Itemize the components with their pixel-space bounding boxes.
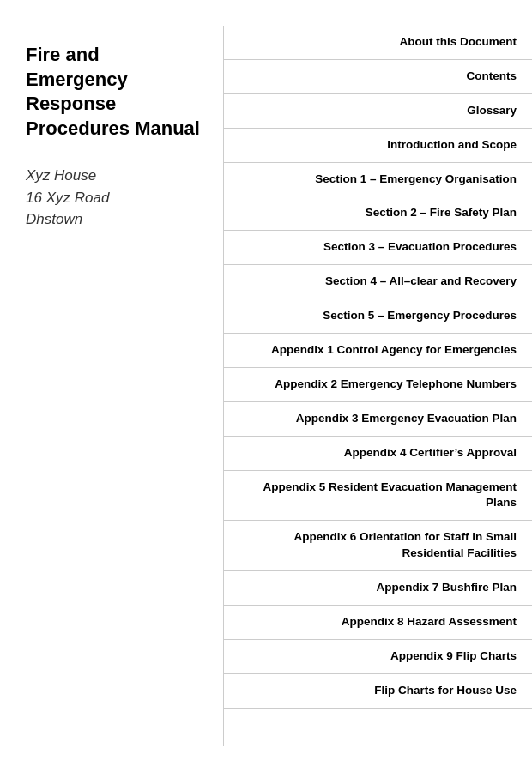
toc-item-glossary[interactable]: Glossary — [224, 94, 532, 129]
toc-item-appendix3[interactable]: Appendix 3 Emergency Evacuation Plan — [224, 402, 532, 437]
toc-item-appendix5[interactable]: Appendix 5 Resident Evacuation Managemen… — [224, 471, 532, 522]
toc-item-appendix4[interactable]: Appendix 4 Certifier’s Approval — [224, 437, 532, 471]
toc-item-section5[interactable]: Section 5 – Emergency Procedures — [224, 299, 532, 334]
toc-panel: About this DocumentContentsGlossaryIntro… — [223, 26, 532, 746]
toc-item-intro[interactable]: Introduction and Scope — [224, 129, 532, 163]
toc-item-section2[interactable]: Section 2 – Fire Safety Plan — [224, 196, 532, 231]
toc-item-flipcharts[interactable]: Flip Charts for House Use — [224, 674, 532, 709]
book-title: Fire and Emergency Response Procedures M… — [26, 43, 206, 141]
toc-item-appendix2[interactable]: Appendix 2 Emergency Telephone Numbers — [224, 368, 532, 402]
address-line2: 16 Xyz Road — [26, 187, 206, 209]
toc-item-about[interactable]: About this Document — [224, 26, 532, 60]
toc-item-section3[interactable]: Section 3 – Evacuation Procedures — [224, 231, 532, 265]
toc-item-appendix6[interactable]: Appendix 6 Orientation for Staff in Smal… — [224, 521, 532, 571]
toc-item-appendix1[interactable]: Appendix 1 Control Agency for Emergencie… — [224, 334, 532, 368]
address-line1: Xyz House — [26, 165, 206, 187]
toc-item-appendix9[interactable]: Appendix 9 Flip Charts — [224, 640, 532, 674]
toc-item-section1[interactable]: Section 1 – Emergency Organisation — [224, 163, 532, 197]
address: Xyz House 16 Xyz Road Dhstown — [26, 165, 206, 231]
toc-item-appendix7[interactable]: Appendix 7 Bushfire Plan — [224, 571, 532, 606]
toc-item-contents[interactable]: Contents — [224, 60, 532, 94]
left-panel: Fire and Emergency Response Procedures M… — [0, 26, 223, 746]
page: Fire and Emergency Response Procedures M… — [0, 0, 532, 772]
toc-item-appendix8[interactable]: Appendix 8 Hazard Assessment — [224, 606, 532, 640]
toc-item-section4[interactable]: Section 4 – All–clear and Recovery — [224, 265, 532, 299]
address-line3: Dhstown — [26, 208, 206, 231]
